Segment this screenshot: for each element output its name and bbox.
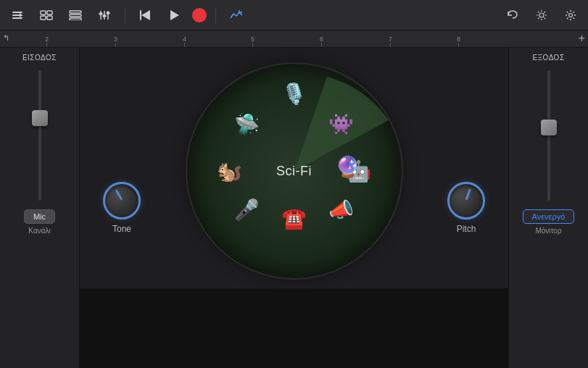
mic-button[interactable]: Mic [24,209,55,224]
input-fader-knob[interactable] [32,110,48,126]
inactive-button[interactable]: Ανενεργό [523,209,575,224]
separator-1 [125,7,125,23]
voice-icon-monster[interactable]: 👾 [328,112,354,135]
undo-button[interactable] [501,5,524,25]
wheel-center-label: Sci-Fi [276,164,312,179]
voice-icon-squirrel[interactable]: 🐿️ [217,159,242,183]
svg-rect-16 [107,12,109,14]
svg-line-29 [544,12,546,13]
brightness-button[interactable] [530,5,553,25]
svg-point-22 [539,13,544,17]
ruler-mark-4: 5 [251,35,254,47]
group-view-button[interactable] [35,5,58,25]
svg-marker-18 [141,10,150,20]
ruler-plus-button[interactable]: + [579,32,585,45]
play-button[interactable] [163,5,186,25]
svg-rect-7 [47,16,52,20]
svg-rect-17 [140,10,141,20]
right-channel-strip: ΕΞΟΔΟΣ Ανενεργό Μόνιτορ [508,48,588,368]
svg-line-27 [538,12,539,13]
tone-knob-area: Tone [103,182,141,234]
svg-rect-9 [70,14,81,17]
track-icon-button[interactable] [225,5,248,25]
mixer-button[interactable] [93,5,116,25]
svg-rect-15 [103,15,106,17]
voice-wheel-area: Sci-Fi 🎙️ 🛸 👾 🐿️ [178,55,410,287]
svg-rect-5 [47,11,52,14]
rewind-button[interactable] [134,5,157,25]
tone-label: Tone [112,224,131,234]
svg-marker-19 [170,10,179,20]
ruler-mark-2: 3 [114,35,117,47]
ruler-start-icon: ↰ [3,33,9,43]
pitch-label: Pitch [457,224,476,234]
svg-rect-14 [99,13,102,14]
svg-line-28 [544,17,546,19]
separator-2 [215,7,216,23]
voice-wheel[interactable]: Sci-Fi 🎙️ 🛸 👾 🐿️ [186,62,403,280]
toolbar [0,0,588,30]
pitch-knob[interactable] [447,182,485,219]
svg-rect-8 [70,11,81,13]
voice-icon-telephone[interactable]: ☎️ [281,206,307,230]
dropdown-button[interactable] [6,5,29,25]
main-area: ΕΙΣΟΔΟΣ Mic Κανάλι Tone Sci-Fi [0,48,588,368]
ruler-mark-3: 4 [183,35,186,47]
svg-rect-4 [41,11,46,14]
voice-icon-mic2[interactable]: 🎤 [234,198,260,222]
svg-marker-3 [20,13,22,17]
monitor-label: Μόνιτορ [535,227,561,235]
settings-button[interactable] [559,5,582,25]
voice-icon-microphone[interactable]: 🎙️ [281,82,307,106]
svg-rect-0 [12,12,22,13]
tone-knob[interactable] [103,182,141,219]
svg-point-31 [569,13,573,17]
input-fader-track[interactable] [38,70,41,201]
ruler-mark-6: 7 [389,35,392,47]
pitch-knob-area: Pitch [447,182,485,234]
list-view-button[interactable] [64,5,87,25]
svg-rect-6 [41,16,46,20]
ruler-mark-1: 2 [45,35,49,47]
voice-icon-megaphone[interactable]: 📣 [328,198,354,222]
voice-icon-bubble[interactable]: 🔮 [335,155,360,179]
svg-rect-10 [70,18,81,20]
ruler-mark-5: 6 [320,35,323,47]
record-button[interactable] [192,8,207,22]
output-fader-track[interactable] [547,70,550,201]
bottom-area [0,288,588,368]
ruler-mark-7: 8 [457,35,460,47]
voice-icon-alien[interactable]: 🛸 [234,112,260,135]
output-label: ΕΞΟΔΟΣ [532,54,564,62]
svg-line-30 [538,17,539,19]
svg-rect-2 [12,17,22,19]
output-fader-knob[interactable] [541,120,557,135]
ruler: ↰ + 2 3 4 5 6 7 8 [0,30,588,48]
channel-sub-label: Κανάλι [28,227,50,235]
left-channel-strip: ΕΙΣΟΔΟΣ Mic Κανάλι [0,48,80,368]
input-label: ΕΙΣΟΔΟΣ [22,54,57,62]
